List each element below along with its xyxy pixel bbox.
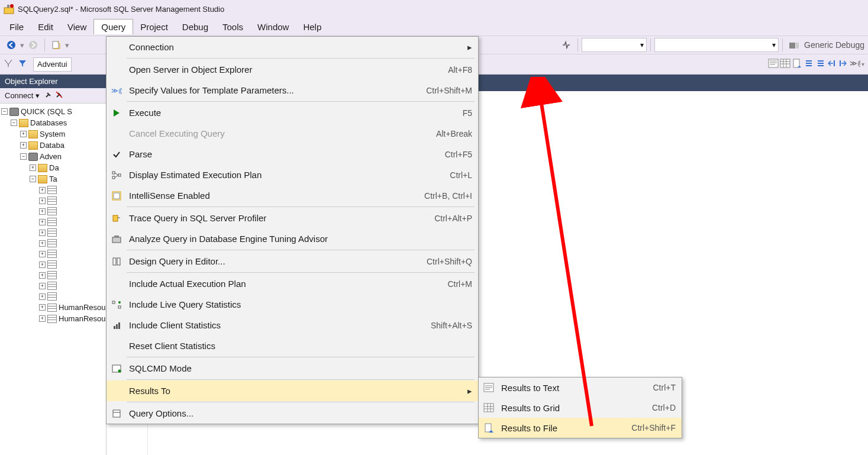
menu-item[interactable]: SQLCMD Mode <box>107 358 478 379</box>
database-icon <box>28 153 38 161</box>
database-combo[interactable]: Adventui <box>33 57 72 72</box>
expand-icon[interactable]: + <box>39 219 46 225</box>
menu-file[interactable]: File <box>2 20 31 34</box>
menu-item[interactable]: Include Actual Execution Plan Ctrl+M <box>107 273 478 294</box>
combo-1[interactable]: ▾ <box>582 38 647 52</box>
svg-rect-44 <box>118 322 120 329</box>
menu-project[interactable]: Project <box>133 20 175 34</box>
menu-tools[interactable]: Tools <box>215 20 250 34</box>
expand-icon[interactable]: − <box>20 153 27 160</box>
menu-item[interactable]: Open Server in Object Explorer Alt+F8 <box>107 59 478 80</box>
activity-button[interactable] <box>559 37 574 53</box>
menu-help[interactable]: Help <box>296 20 328 34</box>
svg-rect-53 <box>484 404 493 412</box>
expand-icon[interactable]: − <box>11 120 17 126</box>
expand-icon[interactable]: − <box>30 176 36 182</box>
blank-icon <box>110 340 123 352</box>
svg-rect-8 <box>769 59 778 67</box>
menu-item[interactable]: Cancel Executing Query Alt+Break <box>107 123 478 144</box>
nav-back-button[interactable] <box>4 37 19 53</box>
menu-window[interactable]: Window <box>250 20 296 34</box>
nav-fwd-button[interactable] <box>25 37 41 53</box>
menu-edit[interactable]: Edit <box>31 20 60 34</box>
combo-2[interactable]: ▾ <box>654 38 779 52</box>
submenu-item[interactable]: Results to File Ctrl+Shift+F <box>479 418 682 438</box>
menu-item[interactable]: Parse Ctrl+F5 <box>107 144 478 164</box>
menu-item[interactable]: Design Query in Editor... Ctrl+Shift+Q <box>107 251 478 272</box>
menu-item[interactable]: Include Live Query Statistics <box>107 294 478 315</box>
svg-rect-31 <box>118 174 121 176</box>
menu-item[interactable]: Display Estimated Execution Plan Ctrl+L <box>107 164 478 185</box>
window-title: SQLQuery2.sql* - Microsoft SQL Server Ma… <box>18 5 224 14</box>
expand-icon[interactable]: + <box>39 293 46 300</box>
expand-icon[interactable]: + <box>39 272 46 279</box>
expand-icon[interactable]: − <box>1 108 8 115</box>
menu-item[interactable]: Results To ▸ <box>107 380 478 401</box>
comment-icon[interactable] <box>805 59 814 70</box>
expand-icon[interactable]: + <box>39 283 46 289</box>
drill-icon[interactable] <box>4 59 17 70</box>
menu-item[interactable]: Trace Query in SQL Server Profiler Ctrl+… <box>107 208 478 228</box>
menu-item[interactable]: Include Client Statistics Shift+Alt+S <box>107 315 478 335</box>
expand-icon[interactable]: + <box>39 262 46 268</box>
expand-icon[interactable]: + <box>20 131 27 137</box>
outdent-icon[interactable] <box>838 59 847 70</box>
expand-icon[interactable]: + <box>39 251 46 257</box>
expand-icon[interactable]: + <box>39 198 46 204</box>
menu-item-shortcut: Ctrl+Alt+P <box>434 214 472 223</box>
filter-icon[interactable] <box>18 59 31 70</box>
tree-snapshots[interactable]: Databa <box>40 141 64 150</box>
tree-hr-shift[interactable]: HumanResources.Shift <box>59 314 106 323</box>
menu-view[interactable]: View <box>60 20 93 34</box>
expand-icon[interactable]: + <box>39 304 46 311</box>
menu-query[interactable]: Query <box>93 19 133 34</box>
menu-item-shortcut: Ctrl+L <box>450 170 472 180</box>
expand-icon[interactable]: + <box>39 315 46 322</box>
menu-item[interactable]: Connection ▸ <box>107 37 478 57</box>
results-file-icon[interactable] <box>792 59 802 70</box>
menu-item[interactable]: IntelliSense Enabled Ctrl+B, Ctrl+I <box>107 185 478 206</box>
submenu-item[interactable]: Results to Grid Ctrl+D <box>479 398 682 418</box>
menu-item[interactable]: Execute F5 <box>107 102 478 123</box>
menu-item-label: Include Live Query Statistics <box>129 299 466 309</box>
connect-plug-icon[interactable] <box>44 91 53 101</box>
menu-item[interactable]: ≫@ Specify Values for Template Parameter… <box>107 80 478 101</box>
expand-icon[interactable]: + <box>39 240 46 247</box>
menu-item[interactable]: Reset Client Statistics <box>107 335 478 356</box>
tree-server[interactable]: QUICK (SQL S <box>21 107 72 116</box>
menu-item-label: Execute <box>129 108 457 118</box>
tree-databases[interactable]: Databases <box>30 118 67 127</box>
submenu-item[interactable]: Results to Text Ctrl+T <box>479 377 682 398</box>
expand-icon[interactable]: + <box>39 230 46 236</box>
connect-button[interactable]: Connect ▾ <box>5 91 40 100</box>
expand-icon[interactable]: + <box>39 208 46 215</box>
results-text-icon[interactable] <box>768 59 779 70</box>
tree-da[interactable]: Da <box>49 163 59 172</box>
tree-system[interactable]: System <box>40 130 65 138</box>
uncomment-icon[interactable] <box>815 59 825 70</box>
menu-item[interactable]: Query Options... <box>107 403 478 424</box>
opts-icon <box>110 408 123 419</box>
menu-debug[interactable]: Debug <box>175 20 215 34</box>
expand-icon[interactable]: + <box>39 187 46 193</box>
disconnect-plug-icon[interactable] <box>55 91 63 101</box>
blank-icon <box>110 128 123 140</box>
menu-item-label: Design Query in Editor... <box>129 256 421 266</box>
expand-icon[interactable]: + <box>20 142 27 149</box>
menu-item-shortcut: Alt+F8 <box>448 65 472 75</box>
results-grid-icon[interactable] <box>780 59 790 70</box>
indent-icon[interactable] <box>827 59 837 70</box>
tree-hr-job[interactable]: HumanResources.JobCandidate <box>59 303 106 312</box>
menu-item-label: Parse <box>129 149 439 159</box>
menu-item-label: Specify Values for Template Parameters..… <box>129 85 420 95</box>
tree-ta[interactable]: Ta <box>49 175 57 183</box>
menu-item[interactable]: Analyze Query in Database Engine Tuning … <box>107 228 478 249</box>
svg-rect-47 <box>113 410 120 417</box>
new-query-button[interactable] <box>49 37 64 53</box>
expand-icon[interactable]: + <box>30 164 36 171</box>
svg-text:≫@: ≫@ <box>850 59 860 67</box>
file-icon <box>482 422 495 434</box>
analyze-icon <box>110 233 123 245</box>
specify-params-icon[interactable]: ≫@ <box>850 59 860 70</box>
tree-adventure[interactable]: Adven <box>40 152 62 161</box>
